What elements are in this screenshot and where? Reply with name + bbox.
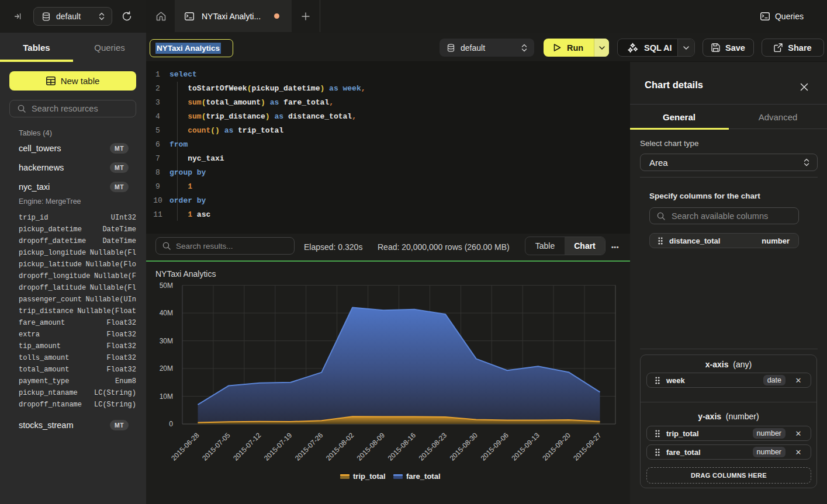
svg-text:2015-09-13: 2015-09-13 <box>510 431 542 463</box>
svg-text:30M: 30M <box>160 337 173 345</box>
svg-text:2015-07-05: 2015-07-05 <box>200 431 232 463</box>
svg-text:2015-09-06: 2015-09-06 <box>479 431 511 463</box>
svg-text:2015-08-30: 2015-08-30 <box>448 431 480 463</box>
svg-text:fare_total: fare_total <box>406 472 441 481</box>
svg-text:2015-07-19: 2015-07-19 <box>262 431 294 463</box>
svg-text:2015-08-23: 2015-08-23 <box>417 431 449 463</box>
svg-text:2015-08-02: 2015-08-02 <box>324 431 356 463</box>
svg-text:50M: 50M <box>160 281 173 290</box>
svg-text:10M: 10M <box>160 392 173 401</box>
svg-text:2015-07-26: 2015-07-26 <box>293 431 325 463</box>
svg-text:40M: 40M <box>160 309 173 317</box>
svg-text:2015-08-09: 2015-08-09 <box>355 431 387 463</box>
svg-text:2015-07-12: 2015-07-12 <box>231 431 263 463</box>
svg-text:20M: 20M <box>160 364 173 373</box>
svg-text:2015-09-27: 2015-09-27 <box>572 431 603 463</box>
svg-text:trip_total: trip_total <box>353 472 386 481</box>
svg-text:2015-09-20: 2015-09-20 <box>541 431 572 463</box>
svg-text:0: 0 <box>169 420 173 428</box>
svg-text:2015-08-16: 2015-08-16 <box>386 431 418 463</box>
svg-text:2015-06-28: 2015-06-28 <box>169 431 201 463</box>
